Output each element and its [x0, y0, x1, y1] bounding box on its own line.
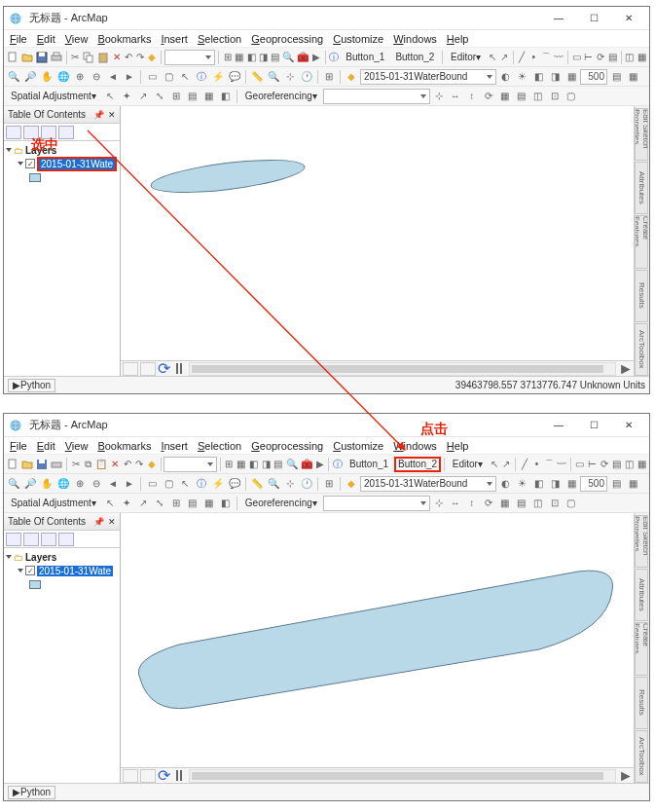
- viewer-icon[interactable]: ⊞: [321, 69, 337, 85]
- editor-toolbar-icon[interactable]: ⊞: [222, 50, 233, 65]
- clear-sel-icon[interactable]: ▢: [161, 476, 176, 492]
- select-icon[interactable]: ▭: [144, 476, 160, 492]
- back-icon[interactable]: ◄: [105, 69, 121, 85]
- toolbar-btn[interactable]: ▦: [637, 50, 647, 65]
- toolbar-btn[interactable]: ⊞: [223, 457, 235, 472]
- minimize-button[interactable]: —: [542, 416, 575, 435]
- adj-tool-icon[interactable]: ↗: [135, 496, 151, 511]
- tab-create-features[interactable]: Create Features: [635, 215, 648, 268]
- search-icon[interactable]: 🔍: [285, 457, 299, 472]
- georef-tool-icon[interactable]: ↕: [464, 496, 480, 511]
- sketch-icon[interactable]: ╱: [519, 457, 530, 472]
- layout-view-btn[interactable]: [140, 362, 156, 376]
- time-icon[interactable]: 🕐: [299, 69, 314, 85]
- open-icon[interactable]: [20, 457, 34, 472]
- fixed-zoom-in-icon[interactable]: ⊕: [72, 69, 88, 85]
- maximize-button[interactable]: ☐: [577, 416, 610, 435]
- layer-swatch-icon[interactable]: [29, 580, 41, 589]
- catalog-icon[interactable]: ▤: [270, 50, 280, 65]
- georef-tool-icon[interactable]: ▤: [514, 496, 529, 511]
- swipe-icon[interactable]: ◨: [547, 69, 563, 85]
- tab-arctoolbox[interactable]: ArcToolbox: [635, 323, 648, 376]
- georef-menu[interactable]: Georeferencing ▾: [240, 89, 322, 104]
- effects-icon[interactable]: ◆: [344, 476, 359, 492]
- adj-tool-icon[interactable]: ▤: [185, 496, 200, 511]
- georef-tool-icon[interactable]: ↔: [448, 496, 463, 511]
- scroll-right-icon[interactable]: ►: [618, 768, 634, 784]
- fixed-zoom-out-icon[interactable]: ⊖: [89, 476, 104, 492]
- contrast-icon[interactable]: ◐: [497, 476, 513, 492]
- viewer-icon[interactable]: ⊞: [321, 476, 337, 492]
- toolbox-icon[interactable]: 🧰: [300, 457, 313, 472]
- toolbar-btn[interactable]: ◨: [258, 50, 269, 65]
- water-feature[interactable]: [149, 153, 307, 199]
- python-icon[interactable]: ▶: [310, 50, 321, 65]
- layer-checkbox[interactable]: ✓: [25, 159, 35, 168]
- toc-header[interactable]: Table Of Contents 📌 ✕: [4, 106, 120, 124]
- save-icon[interactable]: [35, 50, 49, 65]
- pan-icon[interactable]: ✋: [39, 476, 55, 492]
- find-icon[interactable]: 🔍: [266, 69, 281, 85]
- cut-icon[interactable]: ✂: [70, 50, 81, 65]
- tab-results[interactable]: Results: [635, 270, 648, 322]
- add-data-icon[interactable]: ◆: [146, 457, 158, 472]
- trace-icon[interactable]: 〰: [556, 457, 567, 472]
- contrast-icon[interactable]: ◐: [497, 69, 513, 85]
- tab-results[interactable]: Results: [635, 677, 648, 729]
- map-canvas[interactable]: [121, 106, 634, 360]
- split-icon[interactable]: ⊢: [587, 457, 599, 472]
- pause-icon[interactable]: ⏸: [171, 361, 187, 377]
- toc-tab[interactable]: [41, 533, 56, 546]
- toc-tab-selection[interactable]: [58, 126, 74, 139]
- html-popup-icon[interactable]: 💬: [227, 69, 242, 85]
- adj-link-icon[interactable]: ↗: [135, 89, 151, 104]
- identify-icon[interactable]: ⓘ: [194, 476, 209, 492]
- georef-tool-icon[interactable]: ↔: [448, 89, 463, 104]
- adj-tool-icon[interactable]: ⊞: [168, 496, 184, 511]
- redo-icon[interactable]: ↷: [133, 457, 145, 472]
- toolbar-btn[interactable]: ▤: [608, 69, 624, 85]
- point-icon[interactable]: •: [531, 457, 543, 472]
- fixed-zoom-out-icon[interactable]: ⊖: [89, 69, 104, 85]
- h-scrollbar[interactable]: [189, 769, 616, 783]
- water-feature[interactable]: [121, 513, 627, 766]
- menu-customize[interactable]: Customize: [329, 440, 387, 452]
- hyperlink-icon[interactable]: ⚡: [210, 476, 226, 492]
- adj-tool-icon[interactable]: ⤡: [152, 496, 167, 511]
- sketch-icon[interactable]: ╱: [516, 50, 527, 65]
- toc-tab-drawing-order[interactable]: [6, 126, 21, 139]
- add-data-icon[interactable]: ◆: [147, 50, 158, 65]
- xy-icon[interactable]: ⊹: [282, 69, 298, 85]
- georef-tool-icon[interactable]: ⊹: [431, 496, 447, 511]
- open-icon[interactable]: [20, 50, 34, 65]
- georef-tool-icon[interactable]: ◫: [530, 496, 546, 511]
- fwd-icon[interactable]: ►: [122, 69, 137, 85]
- close-button[interactable]: ✕: [612, 9, 645, 28]
- toolbar-btn[interactable]: ▭: [571, 50, 582, 65]
- refresh-icon[interactable]: ⟳: [156, 361, 171, 377]
- attr-icon[interactable]: ▤: [606, 50, 617, 65]
- full-extent-icon[interactable]: 🌐: [55, 476, 71, 492]
- zoom-in-icon[interactable]: 🔍: [6, 69, 21, 85]
- transparency-icon[interactable]: ◧: [530, 476, 546, 492]
- measure-icon[interactable]: 📏: [249, 69, 265, 85]
- expand-icon[interactable]: [6, 555, 12, 559]
- rotate-icon[interactable]: ⟳: [595, 50, 605, 65]
- refresh-icon[interactable]: ⟳: [156, 768, 171, 784]
- layer-swatch-icon[interactable]: [29, 173, 41, 182]
- georef-layer-combo[interactable]: [323, 496, 430, 511]
- georef-tool-icon[interactable]: ▤: [514, 89, 529, 104]
- toc-tab[interactable]: [58, 533, 74, 546]
- expand-icon[interactable]: [6, 148, 12, 152]
- save-icon[interactable]: [35, 457, 49, 472]
- adj-tool-icon[interactable]: ▤: [185, 89, 200, 104]
- toolbar-btn[interactable]: ▦: [625, 69, 640, 85]
- georef-tool-icon[interactable]: ▢: [564, 496, 579, 511]
- arc-icon[interactable]: ⌒: [540, 50, 552, 65]
- edit-tool-icon[interactable]: ↗: [501, 457, 513, 472]
- toc-pin-icon[interactable]: 📌: [93, 517, 104, 527]
- catalog-icon[interactable]: ▤: [273, 457, 284, 472]
- find-icon[interactable]: 🔍: [266, 476, 281, 492]
- tab-attributes[interactable]: Attributes: [635, 162, 648, 214]
- brightness-icon[interactable]: ☀: [514, 69, 529, 85]
